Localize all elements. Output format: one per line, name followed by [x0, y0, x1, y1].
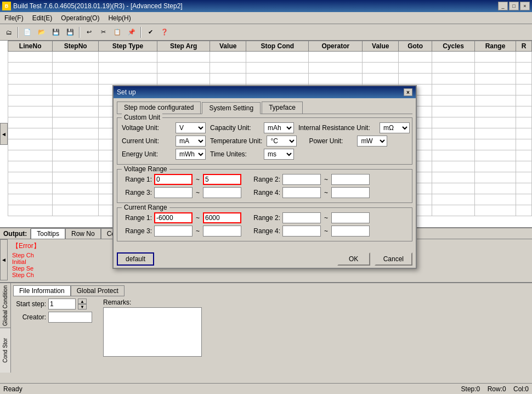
voltage-range2-min[interactable]	[282, 174, 321, 185]
current-range-rows: Range 1: ~ Range 3: ~	[122, 212, 408, 239]
energy-unit-select[interactable]: mWhWh	[176, 149, 206, 160]
current-range2-label: Range 2:	[250, 214, 280, 222]
custom-unit-row1: Voltage Unit: VmV Capacity Unit: mAhAh I…	[122, 122, 408, 133]
dialog-close-btn[interactable]: ×	[404, 88, 412, 96]
dialog-ok-cancel: OK Cancel	[337, 252, 412, 266]
voltage-range-section: Voltage Range Range 1: ~ Range 3: ~	[117, 169, 412, 203]
dialog-tab-step-mode[interactable]: Step mode configurated	[117, 102, 201, 114]
current-range4-max[interactable]	[331, 226, 370, 237]
voltage-range2-max[interactable]	[331, 174, 370, 185]
dialog-tab-system-setting[interactable]: System Setting	[202, 102, 261, 114]
voltage-range3-label: Range 3:	[122, 189, 152, 196]
voltage-range1-min[interactable]	[154, 174, 193, 185]
power-unit-label: Power Unit:	[309, 137, 353, 145]
custom-unit-section: Custom Unit Voltage Unit: VmV Capacity U…	[117, 117, 412, 165]
voltage-range3-min[interactable]	[154, 187, 193, 198]
temperature-unit-label: Temperature Unit:	[210, 137, 262, 145]
current-range-left: Range 1: ~ Range 3: ~	[122, 212, 241, 239]
current-range1-min[interactable]	[154, 212, 193, 223]
default-button[interactable]: default	[117, 252, 154, 266]
internal-resistance-select[interactable]: mΩΩ	[380, 122, 410, 133]
current-range4-min[interactable]	[282, 226, 321, 237]
cancel-button[interactable]: Cancel	[375, 252, 412, 266]
voltage-range3-row: Range 3: ~	[122, 187, 241, 198]
capacity-unit-label: Capacity Unit:	[210, 124, 259, 132]
current-range-title: Current Range	[122, 204, 169, 211]
internal-resistance-label: Internal Resistance Unit:	[298, 124, 375, 132]
voltage-range2-row: Range 2: ~	[250, 174, 370, 185]
dialog-overlay: Set up × Step mode configurated System S…	[0, 0, 532, 394]
voltage-range1-max[interactable]	[203, 174, 241, 185]
current-range3-max[interactable]	[203, 226, 241, 237]
current-range4-label: Range 4:	[250, 227, 280, 235]
voltage-range1-row: Range 1: ~	[122, 174, 241, 185]
dialog-title-bar: Set up ×	[114, 86, 416, 98]
dialog-footer: default OK Cancel	[114, 249, 416, 268]
current-range2-row: Range 2: ~	[250, 212, 370, 223]
voltage-range4-label: Range 4:	[250, 189, 280, 196]
current-range4-row: Range 4: ~	[250, 226, 370, 237]
voltage-range3-max[interactable]	[203, 187, 241, 198]
voltage-range-title: Voltage Range	[122, 165, 169, 173]
current-range2-max[interactable]	[331, 212, 370, 223]
voltage-range4-min[interactable]	[282, 187, 321, 198]
energy-unit-label: Energy Unit:	[122, 150, 171, 158]
current-range3-row: Range 3: ~	[122, 226, 241, 237]
ok-button[interactable]: OK	[337, 252, 370, 266]
current-range2-min[interactable]	[282, 212, 321, 223]
time-unites-select[interactable]: mss	[264, 149, 294, 160]
voltage-unit-select[interactable]: VmV	[176, 122, 206, 133]
capacity-unit-select[interactable]: mAhAh	[264, 122, 294, 133]
current-range1-row: Range 1: ~	[122, 212, 241, 223]
voltage-range-left: Range 1: ~ Range 3: ~	[122, 174, 241, 200]
current-range3-min[interactable]	[154, 226, 193, 237]
voltage-range-rows: Range 1: ~ Range 3: ~	[122, 174, 408, 200]
current-range1-max[interactable]	[203, 212, 241, 223]
voltage-range1-label: Range 1:	[122, 176, 152, 183]
voltage-range2-label: Range 2:	[250, 176, 280, 183]
current-unit-select[interactable]: mAA	[176, 136, 206, 147]
current-range-right: Range 2: ~ Range 4: ~	[250, 212, 370, 239]
voltage-range4-max[interactable]	[331, 187, 370, 198]
current-unit-label: Current Unit:	[122, 137, 171, 145]
setup-dialog: Set up × Step mode configurated System S…	[112, 85, 417, 269]
dialog-tabs: Step mode configurated System Setting Ty…	[117, 102, 412, 114]
current-range3-label: Range 3:	[122, 227, 152, 235]
current-range1-label: Range 1:	[122, 214, 152, 222]
custom-unit-title: Custom Unit	[122, 114, 162, 121]
dialog-title: Set up	[117, 88, 136, 96]
dialog-body: Step mode configurated System Setting Ty…	[114, 98, 416, 249]
temperature-unit-select[interactable]: °C°F	[267, 136, 297, 147]
custom-unit-row3: Energy Unit: mWhWh Time Unites: mss	[122, 149, 408, 160]
power-unit-select[interactable]: mWW	[357, 136, 387, 147]
voltage-range4-row: Range 4: ~	[250, 187, 370, 198]
dialog-tab-typeface[interactable]: Typeface	[262, 102, 303, 114]
voltage-range-right: Range 2: ~ Range 4: ~	[250, 174, 370, 200]
current-range-section: Current Range Range 1: ~ Range 3: ~	[117, 207, 412, 241]
time-unites-label: Time Unites:	[210, 150, 259, 158]
voltage-unit-label: Voltage Unit:	[122, 124, 171, 132]
custom-unit-row2: Current Unit: mAA Temperature Unit: °C°F…	[122, 136, 408, 147]
